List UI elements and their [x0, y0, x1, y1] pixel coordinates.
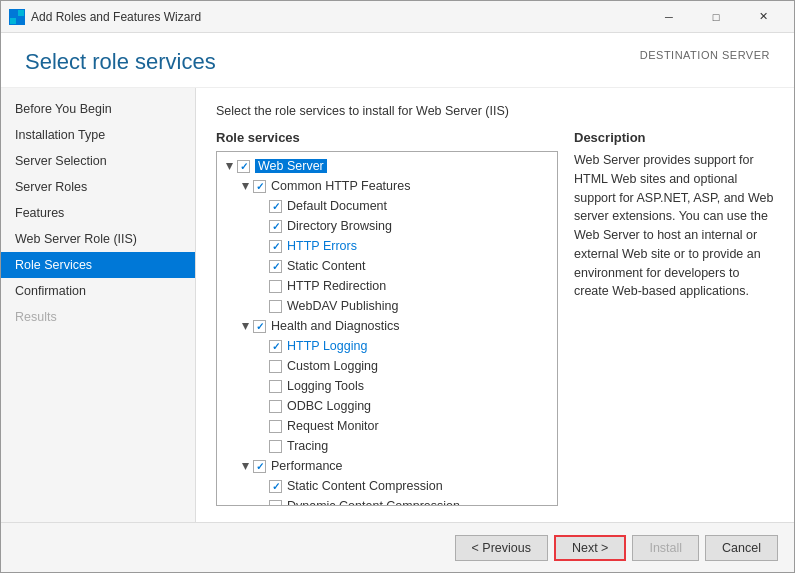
tree-row[interactable]: HTTP Logging [217, 336, 557, 356]
checkbox[interactable] [269, 300, 282, 313]
tree-row[interactable]: Request Monitor [217, 416, 557, 436]
window-title: Add Roles and Features Wizard [31, 10, 646, 24]
tree-item-label: HTTP Errors [287, 239, 357, 253]
expand-icon [253, 338, 269, 354]
svg-marker-6 [242, 323, 249, 330]
svg-marker-4 [226, 163, 233, 170]
tree-item-label: Custom Logging [287, 359, 378, 373]
checkbox[interactable] [269, 240, 282, 253]
sidebar-item-features[interactable]: Features [1, 200, 195, 226]
expand-icon [253, 358, 269, 374]
checkbox[interactable] [269, 220, 282, 233]
expand-icon[interactable] [237, 178, 253, 194]
sidebar-item-role-services[interactable]: Role Services [1, 252, 195, 278]
checkbox[interactable] [269, 400, 282, 413]
sidebar-item-server-selection[interactable]: Server Selection [1, 148, 195, 174]
tree-item-label: Performance [271, 459, 343, 473]
next-button[interactable]: Next > [554, 535, 626, 561]
tree-row[interactable]: Health and Diagnostics [217, 316, 557, 336]
checkbox[interactable] [269, 480, 282, 493]
checkbox[interactable] [269, 440, 282, 453]
tree-item-label: Directory Browsing [287, 219, 392, 233]
tree-row[interactable]: Tracing [217, 436, 557, 456]
tree-item-label: Static Content [287, 259, 366, 273]
role-services-column: Role services Web ServerCommon HTTP Feat… [216, 130, 558, 506]
tree-item-label: Static Content Compression [287, 479, 443, 493]
description-text: Web Server provides support for HTML Web… [574, 151, 774, 301]
tree-row[interactable]: WebDAV Publishing [217, 296, 557, 316]
tree-item-label: Default Document [287, 199, 387, 213]
tree-row[interactable]: Custom Logging [217, 356, 557, 376]
maximize-button[interactable]: □ [693, 1, 739, 33]
svg-marker-5 [242, 183, 249, 190]
tree-row[interactable]: HTTP Redirection [217, 276, 557, 296]
tree-item-label: WebDAV Publishing [287, 299, 398, 313]
checkbox[interactable] [269, 200, 282, 213]
description-col-header: Description [574, 130, 774, 145]
sidebar-item-web-server-role[interactable]: Web Server Role (IIS) [1, 226, 195, 252]
tree-row[interactable]: Common HTTP Features [217, 176, 557, 196]
expand-icon[interactable] [221, 158, 237, 174]
tree-item-label: Web Server [255, 159, 327, 173]
window-icon [9, 9, 25, 25]
tree-row[interactable]: HTTP Errors [217, 236, 557, 256]
tree-item-label: Tracing [287, 439, 328, 453]
expand-icon [253, 378, 269, 394]
tree-item-label: Health and Diagnostics [271, 319, 400, 333]
tree-item-label: Dynamic Content Compression [287, 499, 460, 506]
tree-row[interactable]: Performance [217, 456, 557, 476]
sidebar-item-before-you-begin[interactable]: Before You Begin [1, 96, 195, 122]
checkbox[interactable] [269, 500, 282, 507]
main-instruction: Select the role services to install for … [216, 104, 774, 118]
tree-row[interactable]: Static Content [217, 256, 557, 276]
expand-icon [253, 198, 269, 214]
header-band: Select role services DESTINATION SERVER [1, 33, 794, 88]
main-content-area: Select the role services to install for … [196, 88, 794, 522]
tree-row[interactable]: Dynamic Content Compression [217, 496, 557, 506]
minimize-button[interactable]: ─ [646, 1, 692, 33]
tree-container[interactable]: Web ServerCommon HTTP FeaturesDefault Do… [216, 151, 558, 506]
close-button[interactable]: ✕ [740, 1, 786, 33]
svg-marker-7 [242, 463, 249, 470]
checkbox[interactable] [253, 320, 266, 333]
checkbox[interactable] [237, 160, 250, 173]
checkbox[interactable] [269, 340, 282, 353]
tree-row[interactable]: Static Content Compression [217, 476, 557, 496]
tree-item-label: HTTP Logging [287, 339, 367, 353]
checkbox[interactable] [269, 380, 282, 393]
checkbox[interactable] [253, 460, 266, 473]
tree-item-label: HTTP Redirection [287, 279, 386, 293]
previous-button[interactable]: < Previous [455, 535, 548, 561]
svg-rect-2 [10, 18, 16, 24]
expand-icon [253, 298, 269, 314]
title-bar: Add Roles and Features Wizard ─ □ ✕ [1, 1, 794, 33]
description-column: Description Web Server provides support … [574, 130, 774, 506]
main-window: Add Roles and Features Wizard ─ □ ✕ Sele… [0, 0, 795, 573]
checkbox[interactable] [269, 420, 282, 433]
checkbox[interactable] [253, 180, 266, 193]
checkbox[interactable] [269, 280, 282, 293]
sidebar-item-installation-type[interactable]: Installation Type [1, 122, 195, 148]
page-title: Select role services [25, 49, 216, 75]
expand-icon[interactable] [237, 458, 253, 474]
sidebar-item-confirmation[interactable]: Confirmation [1, 278, 195, 304]
install-button: Install [632, 535, 699, 561]
sidebar-item-server-roles[interactable]: Server Roles [1, 174, 195, 200]
svg-rect-0 [10, 10, 16, 16]
sidebar: Before You Begin Installation Type Serve… [1, 88, 196, 522]
checkbox[interactable] [269, 260, 282, 273]
content-area: Before You Begin Installation Type Serve… [1, 88, 794, 522]
expand-icon[interactable] [237, 318, 253, 334]
tree-item-label: Request Monitor [287, 419, 379, 433]
tree-row[interactable]: Web Server [217, 156, 557, 176]
checkbox[interactable] [269, 360, 282, 373]
expand-icon [253, 498, 269, 506]
role-services-col-header: Role services [216, 130, 558, 145]
tree-row[interactable]: Logging Tools [217, 376, 557, 396]
tree-row[interactable]: Default Document [217, 196, 557, 216]
tree-item-label: Common HTTP Features [271, 179, 410, 193]
tree-row[interactable]: ODBC Logging [217, 396, 557, 416]
cancel-button[interactable]: Cancel [705, 535, 778, 561]
tree-row[interactable]: Directory Browsing [217, 216, 557, 236]
expand-icon [253, 478, 269, 494]
